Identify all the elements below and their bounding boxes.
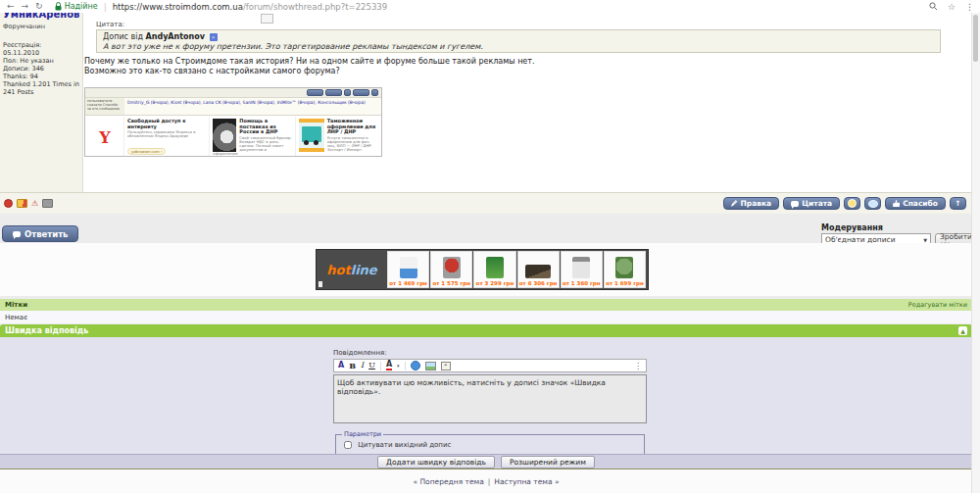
nav-divider: | bbox=[488, 477, 491, 486]
author-username[interactable]: УмникАреновВ bbox=[3, 13, 79, 20]
attachment-thanks-row: пользователя сказали Спасибо за это сооб… bbox=[85, 97, 381, 116]
site-security[interactable]: Надійне bbox=[55, 2, 98, 11]
page-scrollbar[interactable] bbox=[971, 13, 980, 493]
submit-quick-reply-button[interactable]: Додати швидку відповідь bbox=[377, 456, 495, 468]
hotline-banner[interactable]: hotline от 1 469 грн от 1 575 грн от 3 2… bbox=[316, 249, 649, 290]
collapse-box[interactable] bbox=[261, 14, 273, 24]
editor-toolbar: A B I U A ▾ ❝ ⋮ bbox=[333, 359, 647, 372]
ad-item: Помощь в поставках из России в ДНР Свой … bbox=[209, 117, 294, 157]
advanced-mode-button[interactable]: Розширений режим bbox=[501, 456, 595, 468]
thanks-button[interactable]: Спасибо bbox=[885, 197, 946, 210]
mini-quote-button bbox=[325, 89, 342, 96]
bold-icon[interactable]: B bbox=[349, 361, 356, 370]
font-color-icon[interactable]: A bbox=[386, 361, 392, 370]
smiley-icon bbox=[848, 199, 857, 208]
post-message-line: Возможно это как-то связано с настройкам… bbox=[84, 67, 956, 76]
post-content: Цитата: Допис від AndyAntonov » А вот эт… bbox=[83, 13, 972, 192]
caret-down-icon[interactable]: ▾ bbox=[397, 363, 400, 369]
edit-tags-link[interactable]: Редагувати мітки bbox=[908, 301, 967, 309]
editor-mode-icon[interactable]: A bbox=[338, 361, 344, 370]
quick-reply-button[interactable] bbox=[864, 197, 881, 210]
author-posts-count: Дописи: 346 bbox=[3, 65, 79, 73]
up-arrow-icon: ↑ bbox=[955, 199, 960, 208]
thumbs-up-icon bbox=[893, 200, 900, 207]
ad-item: Таможенное оформление для ЛНР / ДНР Услу… bbox=[295, 117, 380, 157]
author-title: Форумчанин bbox=[3, 23, 79, 30]
hotline-logo: hotline bbox=[317, 263, 387, 277]
product-tile[interactable]: от 1 575 грн bbox=[430, 251, 472, 288]
wrap-quote-icon[interactable]: ❝ bbox=[441, 362, 451, 370]
ad-info-mark bbox=[318, 281, 322, 287]
mini-up-button bbox=[371, 89, 378, 96]
ad-title: Свободный доступ к интернету bbox=[127, 119, 206, 129]
params-fieldset: Параметри Цитувати вихідний допис bbox=[335, 430, 645, 455]
product-price: от 1 575 грн bbox=[432, 279, 470, 287]
reply-button[interactable]: Ответить bbox=[2, 225, 78, 242]
product-thumb bbox=[615, 257, 633, 278]
product-thumb bbox=[400, 257, 417, 278]
product-price: от 1 469 грн bbox=[389, 279, 427, 287]
browser-menu-icon[interactable]: ⋮ bbox=[965, 2, 974, 12]
author-registration: Реєстрація: 05.11.2010 bbox=[3, 41, 79, 57]
url-path[interactable]: /forum/showthread.php?t=225339 bbox=[243, 2, 387, 12]
thanks-row-names: Dmitriy_G (Вчора), Kiost (Вчора), Lana C… bbox=[124, 98, 381, 115]
quote-button[interactable]: Цитата bbox=[783, 197, 840, 210]
report-card-icon[interactable] bbox=[17, 199, 27, 208]
quote-text: А вот это уже не к форуму претензии. Это… bbox=[103, 42, 934, 51]
printer-icon[interactable] bbox=[42, 199, 53, 208]
quote-original-checkbox[interactable] bbox=[344, 441, 352, 449]
tags-title: Мітки bbox=[5, 301, 27, 309]
previous-thread-link[interactable]: « Попередня тема bbox=[413, 477, 483, 486]
product-tile[interactable]: от 1 360 грн bbox=[561, 251, 603, 288]
reload-icon[interactable]: ↻ bbox=[35, 0, 43, 13]
mini-edit-button bbox=[307, 89, 323, 96]
author-thanked-count: Thanked 1.201 Times in 241 Posts bbox=[3, 80, 79, 96]
quote-label: Цитата: bbox=[96, 21, 124, 28]
bookmark-star-icon[interactable]: ☆ bbox=[948, 2, 956, 12]
collapse-icon[interactable]: ▲ bbox=[958, 326, 967, 335]
moderation-label: Модерування bbox=[821, 223, 883, 232]
attachment-screenshot[interactable]: пользователя сказали Спасибо за это сооб… bbox=[84, 87, 382, 157]
ad-item: Свободный доступ к интернету Пользуйтесь… bbox=[123, 117, 209, 157]
search-icon[interactable] bbox=[929, 2, 938, 11]
browser-toolbar: ← → ↻ Надійне | https://www.stroimdom.co… bbox=[0, 0, 980, 14]
scroll-top-button[interactable]: ↑ bbox=[950, 197, 966, 210]
insert-image-icon[interactable] bbox=[425, 362, 436, 370]
post-footer: ⚠ Правка Цитата bbox=[0, 192, 972, 214]
quote-origin-prefix: Допис від bbox=[103, 32, 143, 41]
quick-reply-textarea[interactable]: Щоб активувати цю можливість, натисніть … bbox=[333, 374, 647, 423]
product-thumb bbox=[486, 257, 504, 278]
next-thread-link[interactable]: Наступна тема » bbox=[494, 477, 559, 486]
toolbar-menu-icon[interactable]: ⋮ bbox=[634, 362, 642, 370]
underline-icon[interactable]: U bbox=[368, 361, 375, 370]
ad-link: yabrowser.com › bbox=[127, 148, 166, 155]
back-icon[interactable]: ← bbox=[7, 0, 15, 13]
edit-button[interactable]: Правка bbox=[723, 197, 780, 210]
quote-origin-author[interactable]: AndyAntonov bbox=[146, 32, 205, 41]
italic-icon[interactable]: I bbox=[361, 361, 364, 370]
quick-reply-body: Повідомлення: A B I U A ▾ ❝ ⋮ Щоб активу… bbox=[0, 337, 972, 454]
money-fan-photo bbox=[213, 119, 236, 152]
product-tile[interactable]: от 1 469 грн bbox=[387, 251, 429, 288]
quick-reply-title: Швидка відповідь bbox=[5, 326, 88, 335]
insert-link-icon[interactable] bbox=[411, 361, 420, 370]
attachment-mini-toolbar bbox=[85, 88, 381, 97]
speech-bubble-icon bbox=[13, 231, 21, 237]
multiquote-button[interactable] bbox=[844, 197, 860, 210]
report-post-icon[interactable]: ⚠ bbox=[31, 200, 38, 208]
speech-bubble-icon bbox=[791, 201, 799, 207]
url-host[interactable]: https://www.stroimdom.com.ua bbox=[113, 2, 243, 12]
quick-reply-header: Швидка відповідь ▲ bbox=[0, 324, 972, 337]
view-post-icon[interactable]: » bbox=[210, 33, 218, 41]
scrollbar-thumb[interactable] bbox=[973, 15, 978, 62]
product-tile[interactable]: от 3 299 грн bbox=[473, 251, 515, 288]
product-tile[interactable]: от 1 699 грн bbox=[604, 251, 646, 288]
ad-text: Пользуйтесь сервисами Яндекса в обновлён… bbox=[127, 130, 206, 138]
product-tile[interactable]: от 6 306 грн bbox=[517, 251, 560, 288]
mini-icon-button bbox=[344, 89, 351, 96]
params-legend: Параметри bbox=[342, 430, 383, 438]
forward-icon[interactable]: → bbox=[22, 0, 29, 13]
author-thanks-count: Thanks: 94 bbox=[3, 73, 79, 80]
secure-label: Надійне bbox=[65, 2, 98, 11]
padlock-icon bbox=[55, 2, 62, 11]
